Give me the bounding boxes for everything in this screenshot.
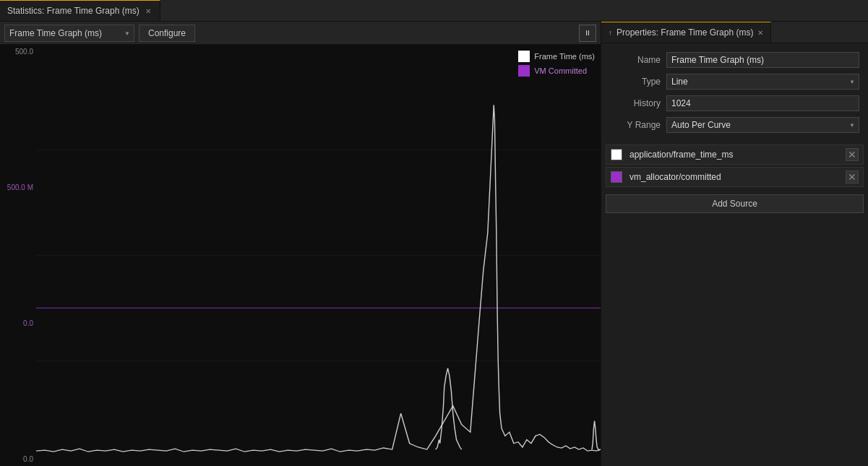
source-2-remove[interactable]: ✕ <box>846 171 859 184</box>
statistics-tab-close[interactable]: ✕ <box>144 7 152 16</box>
prop-type-row: Type Line Bar Scatter <box>601 71 868 92</box>
props-tab-icon: ↑ <box>609 29 612 37</box>
graph-select[interactable]: Frame Time Graph (ms) <box>4 25 134 42</box>
source-row-2: ✕ <box>606 167 864 187</box>
prop-history-label: History <box>610 98 661 108</box>
y-label-mid-purple: 500.0 M <box>0 184 36 191</box>
props-tab[interactable]: ↑ Properties: Frame Time Graph (ms) ✕ <box>601 22 771 43</box>
main-tab-bar: Statistics: Frame Time Graph (ms) ✕ <box>0 0 868 22</box>
y-label-bottom-white: 0.0 <box>0 455 36 463</box>
source-1-color[interactable] <box>611 149 622 160</box>
y-label-top: 500.0 <box>0 48 36 56</box>
source-2-color[interactable] <box>611 171 622 183</box>
prop-yrange-select[interactable]: Auto Per Curve Auto Manual <box>666 117 859 133</box>
props-tab-bar: ↑ Properties: Frame Time Graph (ms) ✕ <box>601 22 868 43</box>
y-axis: 500.0 500.0 M 0.0 0.0 <box>0 45 36 466</box>
prop-yrange-row: Y Range Auto Per Curve Auto Manual <box>601 114 868 136</box>
prop-type-label: Type <box>610 77 661 87</box>
props-tab-close[interactable]: ✕ <box>757 29 763 37</box>
graph-area: 500.0 500.0 M 0.0 0.0 Frame Time (ms) VM… <box>0 45 601 466</box>
graph-toolbar: Frame Time Graph (ms) Configure ⏸ <box>0 22 601 45</box>
configure-button[interactable]: Configure <box>139 25 195 42</box>
properties-panel: ↑ Properties: Frame Time Graph (ms) ✕ Na… <box>601 22 868 466</box>
prop-history-input[interactable] <box>666 95 859 111</box>
prop-type-select-wrapper: Line Bar Scatter <box>666 74 859 90</box>
prop-name-row: Name <box>601 49 868 71</box>
statistics-tab-label: Statistics: Frame Time Graph (ms) <box>7 6 139 16</box>
prop-name-label: Name <box>610 55 661 65</box>
pause-button[interactable]: ⏸ <box>579 25 596 42</box>
prop-name-input[interactable] <box>666 52 859 68</box>
prop-yrange-label: Y Range <box>610 120 661 130</box>
prop-yrange-select-wrapper: Auto Per Curve Auto Manual <box>666 117 859 133</box>
props-tab-label: Properties: Frame Time Graph (ms) <box>616 27 753 38</box>
source-row-1: ✕ <box>606 144 864 165</box>
sources-section: ✕ ✕ <box>601 142 868 190</box>
statistics-tab[interactable]: Statistics: Frame Time Graph (ms) ✕ <box>0 0 160 21</box>
prop-type-select[interactable]: Line Bar Scatter <box>666 74 859 90</box>
prop-history-row: History <box>601 92 868 114</box>
add-source-button[interactable]: Add Source <box>606 194 864 213</box>
source-2-input[interactable] <box>627 170 841 184</box>
source-1-remove[interactable]: ✕ <box>846 148 859 161</box>
graph-select-wrapper: Frame Time Graph (ms) <box>4 25 134 42</box>
graph-svg <box>36 45 601 466</box>
props-form: Name Type Line Bar Scatter History <box>601 43 868 142</box>
graph-panel: Frame Time Graph (ms) Configure ⏸ 500.0 … <box>0 22 601 466</box>
main-area: Frame Time Graph (ms) Configure ⏸ 500.0 … <box>0 22 868 466</box>
source-1-input[interactable] <box>627 147 841 162</box>
y-label-bottom-purple: 0.0 <box>0 319 36 327</box>
